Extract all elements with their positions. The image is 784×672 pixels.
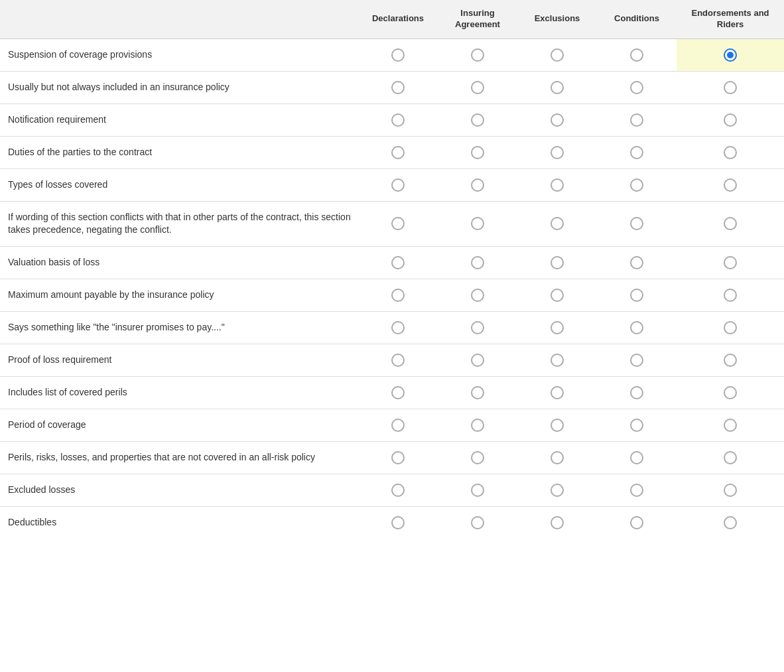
radio-cell-row2-col0[interactable] xyxy=(358,103,438,136)
radio-btn-row13-col0[interactable] xyxy=(391,484,405,497)
radio-btn-row4-col0[interactable] xyxy=(391,178,405,192)
radio-btn-row5-col3[interactable] xyxy=(630,217,643,230)
radio-cell-row9-col2[interactable] xyxy=(517,344,597,376)
radio-cell-row5-col2[interactable] xyxy=(517,201,597,246)
radio-cell-row0-col2[interactable] xyxy=(517,38,597,71)
radio-cell-row0-col3[interactable] xyxy=(597,38,677,71)
radio-btn-row8-col3[interactable] xyxy=(630,321,643,334)
radio-cell-row2-col3[interactable] xyxy=(597,103,677,136)
radio-cell-row12-col1[interactable] xyxy=(438,441,517,474)
radio-btn-row8-col0[interactable] xyxy=(391,321,405,334)
radio-cell-row7-col1[interactable] xyxy=(438,279,517,311)
radio-btn-row11-col0[interactable] xyxy=(391,419,405,432)
radio-cell-row6-col4[interactable] xyxy=(677,246,784,279)
radio-cell-row7-col3[interactable] xyxy=(597,279,677,311)
radio-btn-row7-col4[interactable] xyxy=(724,289,737,302)
radio-cell-row12-col0[interactable] xyxy=(358,441,438,474)
radio-btn-row12-col1[interactable] xyxy=(471,451,484,464)
radio-btn-row14-col3[interactable] xyxy=(630,516,643,529)
radio-btn-row7-col0[interactable] xyxy=(391,289,405,302)
radio-btn-row13-col1[interactable] xyxy=(471,484,484,497)
radio-btn-row6-col4[interactable] xyxy=(724,256,737,269)
radio-btn-row12-col0[interactable] xyxy=(391,451,405,464)
radio-btn-row14-col4[interactable] xyxy=(724,516,737,529)
radio-btn-row3-col0[interactable] xyxy=(391,146,405,159)
radio-cell-row5-col3[interactable] xyxy=(597,201,677,246)
radio-cell-row13-col1[interactable] xyxy=(438,474,517,506)
radio-cell-row5-col1[interactable] xyxy=(438,201,517,246)
radio-btn-row8-col2[interactable] xyxy=(551,321,564,334)
radio-btn-row9-col1[interactable] xyxy=(471,354,484,367)
radio-cell-row5-col0[interactable] xyxy=(358,201,438,246)
radio-cell-row5-col4[interactable] xyxy=(677,201,784,246)
radio-cell-row4-col3[interactable] xyxy=(597,168,677,201)
radio-cell-row9-col1[interactable] xyxy=(438,344,517,376)
radio-cell-row7-col4[interactable] xyxy=(677,279,784,311)
radio-btn-row1-col1[interactable] xyxy=(471,81,484,94)
radio-btn-row10-col4[interactable] xyxy=(724,386,737,399)
radio-cell-row10-col0[interactable] xyxy=(358,376,438,409)
radio-btn-row10-col0[interactable] xyxy=(391,386,405,399)
radio-cell-row8-col1[interactable] xyxy=(438,311,517,344)
radio-btn-row7-col1[interactable] xyxy=(471,289,484,302)
radio-cell-row2-col2[interactable] xyxy=(517,103,597,136)
radio-btn-row0-col2[interactable] xyxy=(551,48,564,62)
radio-cell-row4-col4[interactable] xyxy=(677,168,784,201)
radio-cell-row8-col2[interactable] xyxy=(517,311,597,344)
radio-btn-row11-col4[interactable] xyxy=(724,419,737,432)
radio-btn-row12-col3[interactable] xyxy=(630,451,643,464)
radio-cell-row7-col0[interactable] xyxy=(358,279,438,311)
radio-btn-row12-col2[interactable] xyxy=(551,451,564,464)
radio-cell-row11-col3[interactable] xyxy=(597,409,677,441)
radio-cell-row4-col1[interactable] xyxy=(438,168,517,201)
radio-cell-row1-col4[interactable] xyxy=(677,71,784,103)
radio-btn-row3-col4[interactable] xyxy=(724,146,737,159)
radio-cell-row14-col4[interactable] xyxy=(677,506,784,539)
radio-cell-row13-col2[interactable] xyxy=(517,474,597,506)
radio-btn-row7-col3[interactable] xyxy=(630,289,643,302)
radio-cell-row11-col0[interactable] xyxy=(358,409,438,441)
radio-cell-row7-col2[interactable] xyxy=(517,279,597,311)
radio-cell-row0-col1[interactable] xyxy=(438,38,517,71)
radio-btn-row3-col2[interactable] xyxy=(551,146,564,159)
radio-cell-row6-col3[interactable] xyxy=(597,246,677,279)
radio-cell-row13-col0[interactable] xyxy=(358,474,438,506)
radio-cell-row10-col4[interactable] xyxy=(677,376,784,409)
radio-cell-row9-col0[interactable] xyxy=(358,344,438,376)
radio-cell-row0-col0[interactable] xyxy=(358,38,438,71)
radio-btn-row14-col0[interactable] xyxy=(391,516,405,529)
radio-btn-row0-col0[interactable] xyxy=(391,48,405,62)
radio-btn-row1-col2[interactable] xyxy=(551,81,564,94)
radio-btn-row2-col4[interactable] xyxy=(724,113,737,127)
radio-cell-row6-col0[interactable] xyxy=(358,246,438,279)
radio-cell-row14-col3[interactable] xyxy=(597,506,677,539)
radio-cell-row10-col1[interactable] xyxy=(438,376,517,409)
radio-btn-row0-col1[interactable] xyxy=(471,48,484,62)
radio-btn-row6-col0[interactable] xyxy=(391,256,405,269)
radio-btn-row11-col2[interactable] xyxy=(551,419,564,432)
radio-cell-row11-col1[interactable] xyxy=(438,409,517,441)
radio-btn-row4-col2[interactable] xyxy=(551,178,564,192)
radio-btn-row5-col0[interactable] xyxy=(391,217,405,230)
radio-cell-row6-col1[interactable] xyxy=(438,246,517,279)
radio-btn-row2-col3[interactable] xyxy=(630,113,643,127)
radio-btn-row14-col1[interactable] xyxy=(471,516,484,529)
radio-btn-row13-col4[interactable] xyxy=(724,484,737,497)
radio-cell-row11-col2[interactable] xyxy=(517,409,597,441)
radio-btn-row3-col3[interactable] xyxy=(630,146,643,159)
radio-btn-row1-col4[interactable] xyxy=(724,81,737,94)
radio-cell-row13-col3[interactable] xyxy=(597,474,677,506)
radio-cell-row14-col2[interactable] xyxy=(517,506,597,539)
radio-cell-row13-col4[interactable] xyxy=(677,474,784,506)
radio-btn-row10-col2[interactable] xyxy=(551,386,564,399)
radio-btn-row5-col2[interactable] xyxy=(551,217,564,230)
radio-btn-row8-col4[interactable] xyxy=(724,321,737,334)
radio-btn-row5-col4[interactable] xyxy=(724,217,737,230)
radio-cell-row2-col4[interactable] xyxy=(677,103,784,136)
radio-btn-row1-col3[interactable] xyxy=(630,81,643,94)
radio-btn-row13-col3[interactable] xyxy=(630,484,643,497)
radio-cell-row4-col0[interactable] xyxy=(358,168,438,201)
radio-cell-row12-col4[interactable] xyxy=(677,441,784,474)
radio-btn-row0-col3[interactable] xyxy=(630,48,643,62)
radio-btn-row9-col3[interactable] xyxy=(630,354,643,367)
